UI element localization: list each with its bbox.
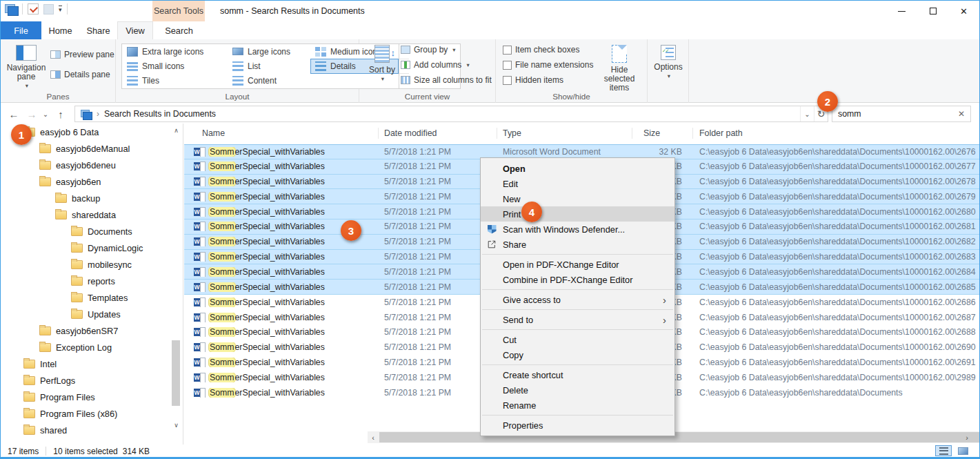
properties-check-icon[interactable] (28, 3, 39, 14)
scrollbar-thumb[interactable] (379, 432, 980, 442)
ribbon-group-current-view: Sort by ▾ Group by ▾ Add columns ▾ Size … (359, 39, 496, 103)
address-dropdown-icon[interactable]: ⌄ (800, 106, 814, 121)
windows-defender-icon (488, 225, 497, 234)
item-check-boxes-checkbox[interactable]: Item check boxes (503, 45, 579, 55)
menu-item-rename[interactable]: Rename (481, 398, 674, 413)
sidebar-folder-updates[interactable]: Updates (1, 306, 183, 322)
layout-option-list[interactable]: List (228, 59, 310, 73)
minimize-button[interactable] (886, 1, 917, 21)
new-folder-icon[interactable] (43, 4, 54, 14)
menu-item-edit[interactable]: Edit (481, 176, 674, 191)
menu-item-open-in-pdf-xchange-editor[interactable]: Open in PDF-XChange Editor (481, 257, 674, 272)
preview-pane-button[interactable]: Preview pane (50, 50, 114, 59)
forward-button[interactable]: → (24, 104, 39, 124)
sidebar-folder-program-files-x86-[interactable]: Program Files (x86) (1, 405, 183, 422)
sidebar-folder-easyjob6en[interactable]: easyjob6en (1, 173, 183, 190)
menu-item-properties[interactable]: Properties (481, 418, 674, 433)
tab-home[interactable]: Home (41, 21, 79, 39)
layout-option-content[interactable]: Content (228, 74, 310, 88)
search-tools-contextual-tab[interactable]: Search Tools (152, 1, 205, 21)
recent-locations-icon[interactable]: ⌄ (41, 104, 50, 124)
sidebar-folder-program-files[interactable]: Program Files (1, 389, 183, 405)
menu-item-copy[interactable]: Copy (481, 347, 674, 362)
tab-file[interactable]: File (1, 21, 41, 39)
details-pane-button[interactable]: Details pane (50, 70, 110, 79)
explorer-logo-icon[interactable] (5, 4, 17, 14)
sidebar-folder-shared[interactable]: shared (1, 422, 183, 438)
close-button[interactable]: ✕ (948, 1, 979, 21)
back-button[interactable]: ← (6, 104, 21, 124)
layout-option-large[interactable]: Large icons (228, 44, 310, 59)
maximize-button[interactable] (917, 1, 948, 21)
layout-option-small[interactable]: Small icons (122, 59, 228, 73)
sidebar-folder-dynamiclogic[interactable]: DynamicLogic (1, 240, 183, 256)
sidebar-folder-mobilesync[interactable]: mobilesync (1, 256, 183, 273)
tab-search[interactable]: Search (153, 21, 205, 39)
scroll-left-icon[interactable]: ‹ (368, 431, 379, 443)
sort-by-button[interactable]: Sort by ▾ (366, 45, 398, 84)
clear-search-icon[interactable]: ✕ (958, 109, 965, 119)
layout-option-xl[interactable]: Extra large icons (122, 44, 228, 59)
details-view-toggle[interactable] (935, 445, 952, 456)
scrollbar-thumb[interactable] (172, 340, 180, 406)
search-value[interactable]: somm (838, 109, 861, 119)
tab-share[interactable]: Share (79, 21, 117, 39)
hidden-items-checkbox[interactable]: Hidden items (503, 75, 563, 85)
sidebar-folder-easyjob6deneu[interactable]: easyjob6deneu (1, 157, 183, 173)
checkbox-icon[interactable] (503, 76, 512, 85)
add-columns-button[interactable]: Add columns ▾ (401, 60, 470, 70)
navigation-pane-button[interactable]: Navigation pane ▾ (6, 45, 46, 90)
column-header-size[interactable]: Size (632, 128, 693, 139)
scroll-right-icon[interactable]: › (961, 431, 972, 443)
column-header-folder-path[interactable]: Folder path (693, 128, 979, 139)
checkbox-icon[interactable] (503, 46, 512, 55)
word-document-icon (194, 147, 205, 157)
column-header-date-modified[interactable]: Date modified (379, 128, 497, 139)
menu-item-open[interactable]: Open (481, 161, 674, 176)
sidebar-scrollbar[interactable]: ∧ ∨ (171, 124, 181, 445)
address-bar[interactable]: › Search Results in Documents ⌄ ↻ (74, 106, 828, 122)
menu-item-share[interactable]: Share (481, 237, 674, 252)
scroll-down-icon[interactable]: ∨ (171, 420, 181, 431)
menu-item-send-to[interactable]: Send to› (481, 312, 674, 327)
checkbox-icon[interactable] (503, 61, 512, 70)
menu-item-cut[interactable]: Cut (481, 332, 674, 347)
sidebar-folder-easyjob6demanual[interactable]: easyjob6deManual (1, 140, 183, 157)
customize-qat-icon[interactable]: ▾ (59, 6, 62, 12)
sidebar-folder-perflogs[interactable]: PerfLogs (1, 372, 183, 389)
sidebar-folder-backup[interactable]: backup (1, 190, 183, 206)
layout-option-tiles[interactable]: Tiles (122, 74, 228, 88)
column-header-name[interactable]: Name (184, 128, 379, 139)
sidebar-folder-templates[interactable]: Templates (1, 289, 183, 306)
scroll-up-icon[interactable]: ∧ (171, 125, 181, 136)
breadcrumb-chevron-icon[interactable]: › (97, 109, 99, 119)
hide-selected-items-button[interactable]: Hide selected items (595, 45, 643, 92)
menu-item-delete[interactable]: Delete (481, 382, 674, 398)
folder-icon (71, 310, 83, 319)
sidebar-folder-intel[interactable]: Intel (1, 355, 183, 372)
menu-item-print[interactable]: Print (481, 206, 674, 222)
size-all-columns-button[interactable]: Size all columns to fit (401, 75, 492, 85)
sidebar-folder-shareddata[interactable]: shareddata (1, 206, 183, 223)
sidebar-folder-exception-log[interactable]: Exception Log (1, 339, 183, 355)
menu-item-scan-with-windows-defender[interactable]: Scan with Windows Defender... (481, 222, 674, 237)
group-by-button[interactable]: Group by ▾ (401, 45, 456, 55)
menu-item-new[interactable]: New (481, 191, 674, 206)
breadcrumb-location[interactable]: Search Results in Documents (104, 109, 216, 119)
column-header-type[interactable]: Type (497, 128, 632, 139)
file-name: SommerSpecial_withVariables (208, 147, 325, 157)
search-input[interactable]: somm ✕ (832, 106, 971, 122)
options-button[interactable]: Options ▾ (651, 45, 686, 81)
sidebar-folder-easyjob6ensr7[interactable]: easyjob6enSR7 (1, 322, 183, 339)
up-button[interactable]: ↑ (53, 104, 68, 124)
menu-item-give-access-to[interactable]: Give access to› (481, 292, 674, 307)
folder-icon (55, 194, 67, 203)
title-bar: ▾ Search Tools somm - Search Results in … (1, 1, 979, 21)
menu-item-combine-in-pdf-xchange-editor[interactable]: Combine in PDF-XChange Editor (481, 272, 674, 287)
tab-view[interactable]: View (117, 21, 153, 39)
sidebar-folder-reports[interactable]: reports (1, 273, 183, 289)
menu-item-create-shortcut[interactable]: Create shortcut (481, 367, 674, 382)
sidebar-folder-documents[interactable]: Documents (1, 223, 183, 240)
thumbnail-view-toggle[interactable] (954, 445, 971, 456)
file-name-extensions-checkbox[interactable]: File name extensions (503, 60, 593, 70)
